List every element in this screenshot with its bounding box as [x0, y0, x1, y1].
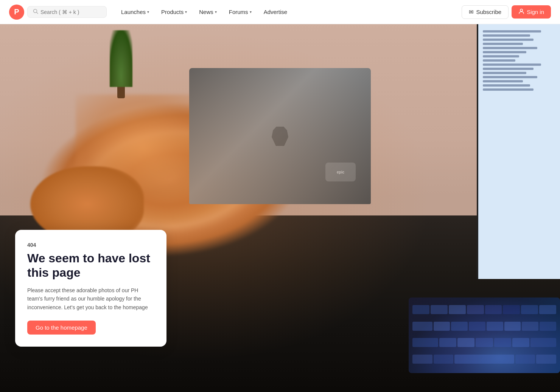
laptop: epic — [189, 68, 371, 204]
logo[interactable]: P — [9, 5, 24, 20]
signin-button[interactable]: Sign in — [512, 5, 551, 19]
error-code: 404 — [27, 242, 154, 248]
nav-item-news[interactable]: News ▾ — [194, 6, 222, 18]
search-input[interactable] — [40, 9, 101, 15]
nav-item-launches[interactable]: Launches ▾ — [116, 6, 154, 18]
plant — [110, 30, 132, 98]
nav-label-forums: Forums — [229, 9, 248, 15]
chevron-down-icon: ▾ — [147, 10, 149, 14]
subscribe-label: Subscribe — [476, 9, 501, 15]
error-title: We seem to have lost this page — [27, 251, 154, 280]
svg-line-1 — [37, 12, 38, 14]
chevron-down-icon: ▾ — [250, 10, 252, 14]
nav-label-launches: Launches — [121, 9, 146, 15]
nav-label-news: News — [199, 9, 213, 15]
svg-point-2 — [520, 9, 523, 11]
subscribe-icon: ✉ — [469, 9, 474, 15]
nav-label-products: Products — [161, 9, 184, 15]
keyboard — [409, 297, 560, 373]
nav-label-advertise: Advertise — [264, 9, 288, 15]
navbar: P Launches ▾ Products ▾ News ▾ Forums ▾ — [0, 0, 560, 24]
chevron-down-icon: ▾ — [215, 10, 217, 14]
logo-letter: P — [14, 8, 19, 16]
nav-item-forums[interactable]: Forums ▾ — [224, 6, 257, 18]
sticker-epic: epic — [325, 163, 356, 181]
signin-icon — [518, 8, 524, 15]
nav-links: Launches ▾ Products ▾ News ▾ Forums ▾ Ad… — [116, 6, 292, 18]
monitor-right — [477, 24, 560, 279]
error-card: 404 We seem to have lost this page Pleas… — [15, 230, 166, 347]
subscribe-button[interactable]: ✉ Subscribe — [462, 5, 509, 19]
error-description: Please accept these adorable photos of o… — [27, 286, 154, 311]
search-icon — [33, 9, 38, 15]
nav-item-products[interactable]: Products ▾ — [156, 6, 192, 18]
nav-item-advertise[interactable]: Advertise — [258, 6, 293, 18]
apple-logo — [272, 126, 288, 146]
signin-label: Sign in — [527, 9, 544, 15]
nav-right: ✉ Subscribe Sign in — [462, 5, 551, 19]
chevron-down-icon: ▾ — [185, 10, 187, 14]
go-to-homepage-button[interactable]: Go to the homepage — [27, 321, 96, 335]
search-bar[interactable] — [27, 6, 107, 18]
